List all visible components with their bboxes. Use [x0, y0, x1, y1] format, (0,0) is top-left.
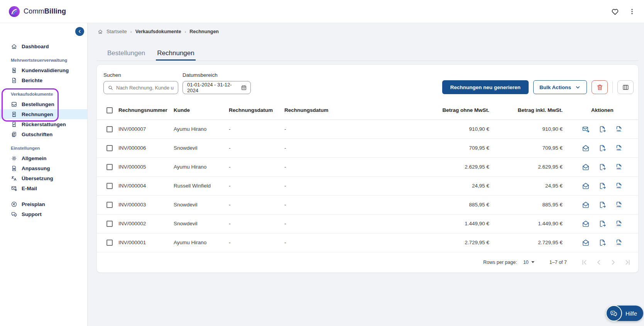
xml-invoice-button[interactable]: XML [615, 201, 623, 209]
chat-bubbles-icon [606, 305, 622, 321]
email-invoice-button[interactable] [582, 125, 590, 133]
email-invoice-button[interactable] [582, 201, 590, 209]
sidebar-section: €PreisplanSupport [0, 193, 87, 219]
sidebar-item-label: E-Mail [22, 186, 37, 191]
search-icon [108, 85, 113, 91]
date-range-input[interactable]: 01-01-2024 - 31-12-2024 [183, 81, 251, 94]
prev-page-icon[interactable] [595, 258, 603, 266]
top-actions [611, 7, 637, 16]
pagination: Rows per page: 10 1–7 of 7 [97, 252, 638, 272]
sidebar-item-dashboard[interactable]: Dashboard [0, 41, 87, 51]
gross-amount-cell: 2.729,95 € [493, 233, 566, 252]
net-amount-cell: 885,95 € [338, 195, 493, 214]
next-page-icon[interactable] [609, 258, 617, 266]
svg-text:XML: XML [617, 186, 622, 189]
sidebar-item-label: Bestellungen [22, 101, 54, 107]
email-invoice-button[interactable] [582, 182, 590, 190]
app-logo[interactable]: CommBilling [8, 6, 66, 17]
breadcrumb-verkaufsdokumente[interactable]: Verkaufsdokumente [135, 29, 181, 34]
translate-icon [11, 175, 17, 182]
xml-invoice-button[interactable]: XML [615, 239, 623, 247]
search-input[interactable] [116, 85, 174, 91]
sidebar-item-e-mail[interactable]: E-Mail [0, 183, 87, 193]
invoice-number-cell: INV/000007 [115, 120, 170, 139]
regenerate-invoices-button[interactable]: Rechnungen neu generieren [442, 80, 529, 94]
export-invoice-button[interactable] [598, 163, 606, 171]
table-row: INV/000003Snowdevil--885,95 €885,95 €XML [97, 195, 638, 214]
sidebar-item-bestellungen[interactable]: Bestellungen [0, 99, 87, 109]
row-checkbox[interactable] [106, 202, 113, 208]
sidebar-item-label: Kundenvalidierung [22, 68, 69, 73]
tab-rechnungen[interactable]: Rechnungen [156, 49, 195, 61]
kebab-menu-icon[interactable] [629, 8, 636, 15]
sidebar-item-label: Gutschriften [22, 132, 52, 137]
customer-cell: Ayumu Hirano [170, 233, 225, 252]
gross-amount-cell: 1.449,90 € [493, 214, 566, 233]
email-invoice-button[interactable] [582, 239, 590, 247]
sidebar-item-ubersetzung[interactable]: Übersetzung [0, 173, 87, 183]
gross-amount-cell: 885,95 € [493, 195, 566, 214]
export-invoice-button[interactable] [598, 182, 606, 190]
xml-invoice-button[interactable]: XML [615, 144, 623, 152]
mail-open-icon [582, 144, 590, 152]
email-invoice-button[interactable] [582, 163, 590, 171]
row-checkbox[interactable] [106, 240, 113, 246]
sidebar-item-berichte[interactable]: Berichte [0, 75, 87, 85]
column-header-rechnungsdatum-1: Rechnungsdatum [225, 101, 281, 120]
help-label: Hilfe [625, 310, 637, 317]
sidebar-item-kundenvalidierung[interactable]: Kundenvalidierung [0, 65, 87, 75]
help-button[interactable]: Hilfe [606, 306, 643, 321]
euro-circle-icon: € [11, 201, 17, 208]
delete-button[interactable] [592, 80, 608, 94]
row-checkbox[interactable] [106, 126, 113, 132]
row-checkbox[interactable] [106, 221, 113, 227]
customer-cell: Snowdevil [170, 139, 225, 157]
sidebar-item-rechnungen[interactable]: €Rechnungen [0, 109, 87, 119]
xml-invoice-button[interactable]: XML [615, 163, 623, 171]
tab-bestellungen[interactable]: Bestellungen [106, 49, 146, 61]
columns-icon [622, 84, 629, 91]
email-invoice-button[interactable] [582, 144, 590, 152]
export-invoice-button[interactable] [598, 220, 606, 228]
date-range-label: Datumsbereich [183, 72, 251, 78]
row-checkbox[interactable] [106, 145, 113, 151]
email-invoice-button[interactable] [582, 220, 590, 228]
xml-invoice-button[interactable]: XML [615, 182, 623, 190]
column-settings-button[interactable] [617, 80, 634, 94]
bulk-actions-button[interactable]: Bulk Actions [533, 80, 587, 94]
row-checkbox[interactable] [106, 164, 113, 170]
collapse-sidebar-button[interactable] [75, 27, 84, 36]
row-checkbox[interactable] [106, 183, 113, 189]
sidebar-item-preisplan[interactable]: €Preisplan [0, 199, 87, 209]
table-toolbar: Rechnungen neu generieren Bulk Actions [442, 80, 634, 94]
sidebar-section: MehrwertsteuerverwaltungKundenvalidierun… [0, 51, 87, 85]
rows-per-page-select[interactable]: 10 [523, 260, 534, 265]
export-invoice-button[interactable] [598, 201, 606, 209]
xml-invoice-button[interactable]: XML [615, 220, 623, 228]
column-header-rechnungsdatum-2: Rechnungsdatum [281, 101, 338, 120]
breadcrumb-startseite[interactable]: Startseite [106, 29, 127, 34]
xml-invoice-button[interactable]: XML [615, 125, 623, 133]
mail-open-icon [582, 182, 590, 190]
sidebar-nav: DashboardMehrwertsteuerverwaltungKundenv… [0, 41, 87, 219]
invoice-date-cell: - [225, 176, 281, 195]
export-invoice-button[interactable] [598, 144, 606, 152]
first-page-icon[interactable] [581, 258, 588, 266]
sidebar-item-anpassung[interactable]: Anpassung [0, 163, 87, 173]
inbox-icon [11, 101, 17, 108]
rows-per-page-label: Rows per page: [483, 260, 517, 265]
last-page-icon[interactable] [624, 258, 631, 266]
select-all-checkbox[interactable] [106, 107, 113, 113]
sidebar-item-gutschriften[interactable]: Gutschriften [0, 129, 87, 139]
sidebar-item-ruckerstattungen[interactable]: Rückerstattungen [0, 119, 87, 129]
table-row: INV/000002Snowdevil--1.449,90 €1.449,90 … [97, 214, 638, 233]
sidebar-item-allgemein[interactable]: Allgemein [0, 153, 87, 163]
svg-text:XML: XML [617, 167, 622, 170]
table-row: INV/000001Ayumu Hirano--2.729,95 €2.729,… [97, 233, 638, 252]
favorite-heart-icon[interactable] [611, 7, 619, 16]
svg-text:€: € [13, 203, 15, 206]
export-invoice-button[interactable] [598, 125, 606, 133]
file-export-icon [598, 220, 606, 228]
export-invoice-button[interactable] [598, 239, 606, 247]
sidebar-item-support[interactable]: Support [0, 209, 87, 219]
